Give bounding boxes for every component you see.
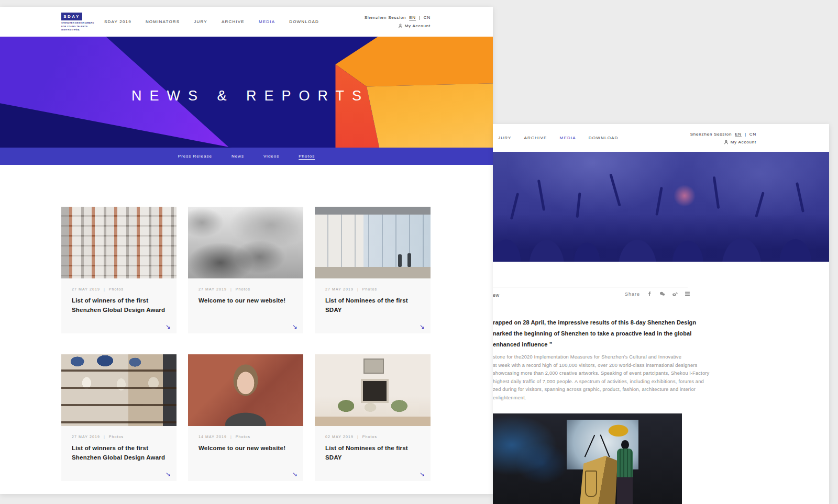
article-body: stone for the2020 Implementation Measure… [493, 353, 690, 402]
card-dateline: 14 MAY 2019 | Photos [199, 435, 293, 439]
card-category: Photos [362, 287, 377, 291]
back-to-overview-link[interactable]: ew [493, 293, 500, 298]
card-date: 14 MAY 2019 [199, 435, 227, 439]
subnav-photos[interactable]: Photos [299, 154, 315, 159]
arrow-down-right-icon[interactable]: ↘ [292, 323, 297, 330]
nav-sday-2019[interactable]: SDAY 2019 [104, 19, 131, 24]
sday-logo-subline: SHENZHEN DESIGN AWARD [61, 21, 94, 24]
card-title: List of winners of the first Shenzhen Gl… [72, 296, 166, 315]
card-photo-city-model[interactable] [188, 207, 303, 278]
photo-card[interactable]: 27 MAY 2019 | Photos Welcome to our new … [188, 207, 303, 333]
my-account-label: My Account [405, 24, 431, 28]
card-photo-portrait[interactable] [188, 354, 303, 426]
nav-media[interactable]: MEDIA [560, 136, 576, 140]
card-meta: 27 MAY 2019 | Photos List of Nominees of… [315, 278, 431, 333]
photo-card[interactable]: 14 MAY 2019 | Photos Welcome to our new … [188, 354, 303, 481]
card-title: Welcome to our new website! [199, 296, 293, 306]
body-line: stone for the2020 Implementation Measure… [493, 353, 690, 362]
share-label: Share [625, 292, 640, 297]
card-photo-living-room[interactable] [315, 354, 431, 426]
my-account-link[interactable]: My Account [398, 24, 431, 28]
sday-logo-subline: FOR YOUNG TALENTS [61, 25, 94, 28]
photo-card-grid: 27 MAY 2019 | Photos List of winners of … [61, 207, 431, 481]
body-line: showcasing more than 2,000 creative artw… [493, 369, 690, 378]
photo-card[interactable]: 27 MAY 2019 | Photos List of Nominees of… [315, 207, 431, 333]
arrow-down-right-icon[interactable]: ↘ [420, 323, 425, 330]
lang-en-link[interactable]: EN [735, 132, 742, 137]
nav-nominators[interactable]: NOMINATORS [146, 19, 180, 24]
nav-download[interactable]: DOWNLOAD [289, 19, 319, 24]
left-header: SDAY SHENZHEN DESIGN AWARD FOR YOUNG TAL… [0, 7, 493, 37]
card-date: 27 MAY 2019 [72, 287, 100, 291]
quote-line: enhanced influence ” [493, 339, 688, 350]
share-row: Share [625, 291, 690, 297]
arrow-down-right-icon[interactable]: ↘ [292, 471, 297, 478]
card-photo-building[interactable] [61, 207, 177, 278]
card-photo-shelves[interactable] [61, 354, 177, 426]
arrow-down-right-icon[interactable]: ↘ [166, 323, 171, 330]
quote-line: narked the beginning of Shenzhen to take… [493, 328, 688, 339]
list-share-icon[interactable] [685, 291, 690, 297]
nav-download[interactable]: DOWNLOAD [589, 136, 619, 140]
subnav-news[interactable]: News [231, 154, 244, 159]
header-utilities: Shenzhen Session EN | CN My Account [690, 124, 756, 152]
card-meta: 27 MAY 2019 | Photos List of winners of … [61, 278, 177, 333]
card-photo-office[interactable] [315, 207, 431, 278]
wechat-icon[interactable] [659, 291, 665, 297]
body-line: highest daily traffic of 7,000 people. A… [493, 378, 690, 386]
card-meta: 14 MAY 2019 | Photos Welcome to our new … [188, 426, 303, 481]
weibo-icon[interactable] [672, 291, 678, 297]
card-title: List of Nominees of the first SDAY [325, 296, 420, 315]
lang-divider: | [745, 132, 746, 137]
card-date: 27 MAY 2019 [325, 287, 354, 291]
card-dateline: 27 MAY 2019 | Photos [72, 435, 166, 439]
card-meta: 27 MAY 2019 | Photos List of winners of … [61, 426, 177, 481]
sday-logo[interactable]: SDAY SHENZHEN DESIGN AWARD FOR YOUNG TAL… [61, 13, 94, 31]
dateline-divider: | [357, 435, 359, 439]
card-title: List of winners of the first Shenzhen Gl… [72, 444, 166, 463]
body-line: enlightenment. [493, 394, 690, 402]
nav-jury[interactable]: JURY [194, 19, 207, 24]
article-hero-image: eek Concluded with Huge Success [493, 152, 829, 262]
card-title: Welcome to our new website! [199, 444, 293, 453]
dateline-divider: | [230, 435, 232, 439]
lang-cn-link[interactable]: CN [749, 132, 756, 137]
session-label: Shenzhen Session [690, 132, 732, 137]
dateline-divider: | [104, 435, 105, 439]
quote-line: rapped on 28 April, the impressive resul… [493, 317, 688, 328]
sday-media-page: SDAY SHENZHEN DESIGN AWARD FOR YOUNG TAL… [0, 7, 493, 494]
my-account-link[interactable]: My Account [724, 140, 756, 144]
toolbar-divider [493, 287, 688, 287]
desktop-canvas: SDAY SHENZHEN DESIGN AWARD FOR YOUNG TAL… [0, 0, 838, 504]
dateline-divider: | [357, 287, 359, 291]
nav-media[interactable]: MEDIA [259, 19, 275, 24]
dateline-divider: | [104, 287, 105, 291]
body-line: zed during for visitors, spanning across… [493, 386, 690, 394]
header-utilities: Shenzhen Session EN | CN My Account [365, 7, 431, 37]
card-date: 02 MAY 2019 [325, 435, 354, 439]
nav-archive[interactable]: ARCHIVE [524, 136, 547, 140]
article-main-nav: JURY ARCHIVE MEDIA DOWNLOAD [498, 124, 619, 152]
card-category: Photos [362, 435, 377, 439]
lang-cn-link[interactable]: CN [424, 15, 431, 20]
photo-card[interactable]: 27 MAY 2019 | Photos List of winners of … [61, 354, 177, 481]
media-subnav: Press Release News Videos Photos [0, 148, 493, 165]
photo-card[interactable]: 02 MAY 2019 | Photos List of Nominees of… [315, 354, 431, 481]
sday-logo-cjk: 深圳创意设计新锐奖 [61, 29, 94, 31]
lang-en-link[interactable]: EN [409, 15, 416, 20]
photo-card[interactable]: 27 MAY 2019 | Photos List of winners of … [61, 207, 177, 333]
person-icon [398, 24, 403, 28]
nav-archive[interactable]: ARCHIVE [222, 19, 245, 24]
subnav-press-release[interactable]: Press Release [178, 154, 212, 159]
card-title: List of Nominees of the first SDAY [325, 444, 420, 463]
card-dateline: 27 MAY 2019 | Photos [325, 287, 420, 291]
person-icon [724, 140, 729, 144]
card-category: Photos [236, 287, 250, 291]
arrow-down-right-icon[interactable]: ↘ [420, 471, 425, 478]
my-account-label: My Account [731, 140, 756, 144]
subnav-videos[interactable]: Videos [263, 154, 279, 159]
article-quote: rapped on 28 April, the impressive resul… [493, 317, 688, 350]
nav-jury[interactable]: JURY [498, 136, 512, 140]
facebook-icon[interactable] [647, 291, 653, 297]
arrow-down-right-icon[interactable]: ↘ [166, 471, 171, 478]
